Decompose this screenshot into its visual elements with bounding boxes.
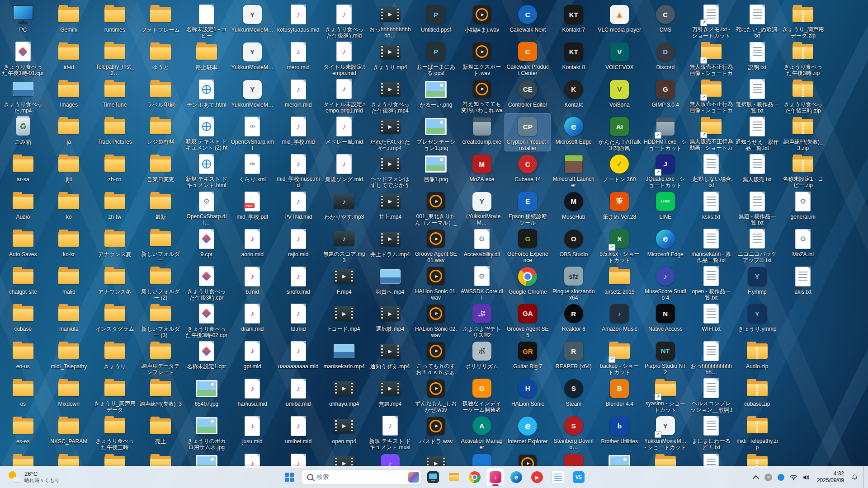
clock[interactable]: 4:32 2025/09/09 xyxy=(817,470,844,484)
desktop-icon[interactable]: 新しいフォルダー xyxy=(138,226,184,263)
desktop-icon[interactable]: おっhhhhhhhhhhhh… xyxy=(689,338,735,375)
desktop-icon[interactable]: NKSC_PARAM xyxy=(46,413,92,450)
desktop-icon[interactable]: ♪meroin.mid xyxy=(275,76,321,114)
desktop-icon[interactable]: 画像1.png xyxy=(413,151,459,188)
desktop-icon[interactable]: 説明.txt xyxy=(734,39,780,76)
desktop-icon[interactable]: PUntitled.ppsf xyxy=(413,1,459,39)
desktop-icon[interactable]: cubase.zip xyxy=(734,375,780,413)
desktop-icon[interactable]: 001_東北きりたん（ノーマル）_今しゃ… xyxy=(413,188,459,226)
desktop-icon[interactable]: ポポリリリズム xyxy=(459,338,505,375)
desktop-icon[interactable]: ⚙AWSSDK.Core.dll xyxy=(459,263,505,301)
wifi-icon[interactable] xyxy=(788,470,800,484)
desktop-icon[interactable]: manisekarin.mp4 xyxy=(321,338,368,375)
desktop-icon[interactable]: きょうり食べった午後3時-01.cpr xyxy=(0,39,46,76)
weather-widget[interactable]: 26°C 晴れ時々くもり xyxy=(5,466,63,488)
desktop-icon[interactable]: GGIMP 3.0.4 xyxy=(642,76,689,114)
desktop-icon[interactable]: ▶だれたFXいれたやつ.mp4 xyxy=(367,113,413,151)
notification-bell-icon[interactable] xyxy=(849,470,860,484)
desktop-icon[interactable]: AIかんたん！AITalk 3 関西風 xyxy=(597,113,643,151)
desktop-icon[interactable]: ▶ xyxy=(413,450,459,468)
desktop-icon[interactable]: MMoZA.exe xyxy=(459,151,505,188)
desktop-icon[interactable]: malib xyxy=(46,263,92,301)
desktop-icon[interactable]: ♪sirofo.mid xyxy=(275,263,321,301)
desktop-icon[interactable]: レジ袋有料 xyxy=(138,113,184,151)
taskbar-media-player[interactable]: ▶ xyxy=(528,468,546,486)
volume-icon[interactable] xyxy=(801,470,812,484)
desktop-icon[interactable]: Yきょうり.ymmp xyxy=(734,300,780,338)
desktop-icon[interactable]: ♪dram.mid xyxy=(230,300,276,338)
desktop-icon[interactable]: きょうり食べった.mp4 xyxy=(0,76,46,114)
desktop-icon[interactable]: TimeTune xyxy=(92,76,138,114)
taskbar-google-chrome[interactable] xyxy=(466,468,484,486)
desktop-icon[interactable]: 65407.jpg xyxy=(184,375,230,413)
desktop-icon[interactable]: Track Pictures xyxy=(92,113,138,151)
desktop-icon[interactable]: ♪b.mid xyxy=(230,263,276,301)
desktop-icon[interactable]: ♪タイトル未設定.tempo.orig1.mid xyxy=(321,76,368,114)
desktop-icon[interactable]: eInternet Explorer xyxy=(505,413,551,450)
desktop-icon[interactable]: GAGroove Agent SE 5 xyxy=(505,300,551,338)
desktop-icon[interactable]: chatgpt-site xyxy=(0,263,46,301)
desktop-icon[interactable]: ▶ohhayo.mp4 xyxy=(321,375,368,413)
desktop-icon[interactable]: manisekarin - 親作品一覧.txt xyxy=(689,226,735,263)
desktop-icon[interactable]: G孤独なインディーゲーム開発者の一生… xyxy=(459,375,505,413)
desktop-icon[interactable]: 路上駐車 xyxy=(184,39,230,76)
desktop-icon[interactable] xyxy=(46,450,92,468)
desktop-icon[interactable]: ♪umibet.mid xyxy=(275,413,321,450)
desktop-icon[interactable]: RREAPER (x64) xyxy=(551,338,597,375)
desktop-icon[interactable]: ずんだもん_しおかぜ.wav xyxy=(413,375,459,413)
desktop-icon[interactable]: 羽貫へ.mp4 xyxy=(367,263,413,301)
desktop-icon[interactable]: AActivation Manager xyxy=(459,413,505,450)
desktop-icon[interactable] xyxy=(642,450,689,468)
desktop-icon[interactable]: ↗万引きメモ.txt - ショートカット xyxy=(689,1,735,39)
desktop-icon[interactable]: 新規 テキスト ドキュメント (2).html xyxy=(184,113,230,151)
desktop-icon[interactable]: Minecraft Launcher xyxy=(551,151,597,188)
desktop-icon[interactable]: ko-kr xyxy=(46,226,92,263)
desktop-icon[interactable]: ▶ xyxy=(321,450,368,468)
taskbar-voice-editor[interactable]: ♪ xyxy=(486,468,505,486)
show-desktop-button[interactable] xyxy=(863,466,866,488)
desktop-icon[interactable]: MMuseHub xyxy=(551,188,597,226)
desktop-icon[interactable]: GRGuitar Rig 7 xyxy=(505,338,551,375)
desktop-icon[interactable]: フォトフレーム xyxy=(138,1,184,39)
desktop-icon[interactable]: RReaktor 6 xyxy=(551,300,597,338)
desktop-icon[interactable]: </>OpenCvSharp.xml xyxy=(230,113,276,151)
desktop-icon[interactable]: zh-tw xyxy=(92,188,138,226)
desktop-icon[interactable]: ▶井上.mp4 xyxy=(367,188,413,226)
desktop-icon[interactable]: runtimes xyxy=(92,1,138,39)
desktop-icon[interactable]: 名称未設定1 - コピー xyxy=(184,1,230,39)
desktop-icon[interactable]: NTPiapro Studio NT2 xyxy=(642,338,689,375)
desktop-icon[interactable]: きょうり食べった午後3時.zip xyxy=(780,39,826,76)
desktop-icon[interactable] xyxy=(459,450,505,468)
desktop-icon[interactable]: 無題 - 親作品一覧.txt xyxy=(734,188,780,226)
desktop-icon[interactable]: 小銭詰ま).wav xyxy=(459,1,505,39)
desktop-icon[interactable]: GGeForce Experience xyxy=(505,226,551,263)
desktop-icon[interactable]: bBrother Utilities xyxy=(597,413,643,450)
desktop-icon[interactable]: maniuta xyxy=(46,300,92,338)
desktop-icon[interactable]: ラベル印刷 xyxy=(138,76,184,114)
desktop-icon[interactable]: ▶おっhhhhhhhhhhhh… xyxy=(367,1,413,39)
desktop-icon[interactable]: YYukkuriMovieM… xyxy=(230,39,276,76)
desktop-icon[interactable]: きょうり食べった午後三時 xyxy=(92,413,138,450)
desktop-icon[interactable]: 新規エクスポート.wav xyxy=(459,39,505,76)
desktop-icon[interactable] xyxy=(184,450,230,468)
desktop-icon[interactable]: プレゼンテーション1.png xyxy=(413,113,459,151)
desktop-icon[interactable]: jijii xyxy=(46,151,92,188)
desktop-icon[interactable] xyxy=(551,450,597,468)
desktop-icon[interactable]: ぷぷよぷよ™テトリス®2 xyxy=(459,300,505,338)
desktop-icon[interactable]: ⚙general.ini xyxy=(780,188,826,226)
desktop-icon[interactable]: LINELINE xyxy=(642,188,689,226)
desktop-icon[interactable]: X↗9.5.xlsx - ショートカット xyxy=(597,226,643,263)
tray-close-circle-icon[interactable]: × xyxy=(763,470,774,484)
desktop-icon[interactable] xyxy=(734,450,780,468)
desktop-icon[interactable]: ⚙Accessibility.dll xyxy=(459,226,505,263)
desktop-icon[interactable]: テンポあて.html xyxy=(184,76,230,114)
desktop-icon[interactable]: きょうり食べった午後三時.zip xyxy=(780,76,826,114)
desktop-icon[interactable]: akis.txt xyxy=(780,263,826,301)
desktop-icon[interactable]: DDiscord xyxy=(642,39,689,76)
desktop-icon[interactable]: 売上 xyxy=(138,413,184,450)
desktop-icon[interactable]: ♪umibe.mid xyxy=(275,375,321,413)
desktop-icon[interactable]: ar-sa xyxy=(0,151,46,188)
taskbar-vscode[interactable]: VS xyxy=(570,468,588,486)
desktop-icon[interactable]: Audio.zip xyxy=(734,338,780,375)
desktop-icon[interactable] xyxy=(597,450,643,468)
